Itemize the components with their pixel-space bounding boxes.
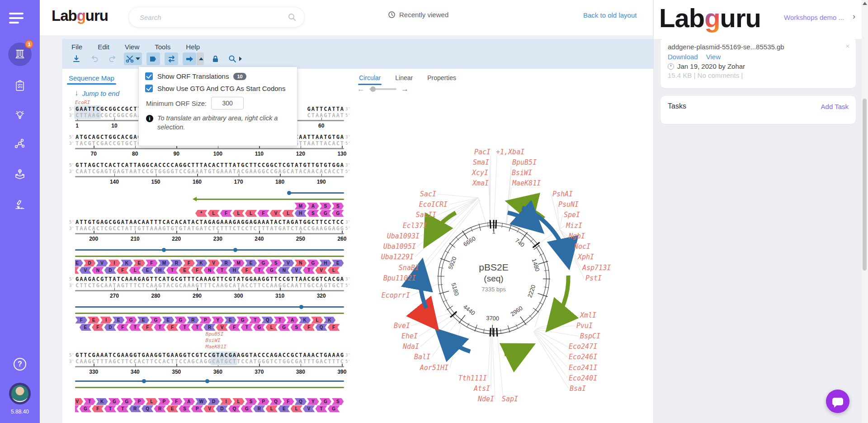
map-enzyme-label[interactable]: Eco240I	[569, 374, 597, 382]
translation-row[interactable]: FVNDFLEHTEFNTHFTGNVTVL	[75, 267, 344, 274]
map-tab-properties[interactable]: Properties	[426, 71, 457, 84]
menu-edit[interactable]: Edit	[93, 41, 114, 52]
sequence-forward-strand[interactable]: ATTGTGAGCGGATAACAATTTCACACATACTAGAGAAAGA…	[75, 219, 344, 225]
map-prev-arrow-icon[interactable]: ←	[357, 85, 365, 93]
map-enzyme-label[interactable]: BspCI	[580, 332, 600, 340]
map-enzyme-label[interactable]: Eco241I	[569, 364, 597, 372]
sequence-forward-strand[interactable]: GAAGACGTTATCAAAGAGTTCATGCGTTTCAAAGTTCGTA…	[75, 276, 344, 282]
map-enzyme-label[interactable]: PacI	[474, 148, 491, 156]
feature-arc-green[interactable]	[505, 347, 528, 354]
minimum-orf-size-input[interactable]	[211, 97, 244, 109]
flag-button[interactable]	[146, 52, 160, 65]
arrow-right-button[interactable]	[183, 52, 196, 65]
sequence-reverse-strand[interactable]: CTTCTGCAATAGTTTCTCAAGTACGCAAAGTTTCAAGCAT…	[75, 282, 344, 289]
feature-annotation-line[interactable]	[75, 310, 344, 317]
map-enzyme-label[interactable]: SpeI	[564, 211, 580, 219]
map-enzyme-label[interactable]: PvuI	[576, 322, 593, 330]
gtg-ctg-start-codons-checkbox[interactable]	[145, 85, 153, 92]
primer-annotation-line[interactable]	[75, 247, 344, 253]
jump-to-end-link[interactable]: ↓Jump to end	[75, 89, 119, 98]
map-enzyme-label[interactable]: BsaI	[570, 385, 586, 393]
map-enzyme-label[interactable]: PsuNI	[558, 200, 579, 209]
map-enzyme-label[interactable]: Uba1229I	[381, 253, 414, 261]
map-enzyme-label[interactable]: +1,XbaI	[496, 148, 524, 156]
lock-button[interactable]	[208, 52, 222, 65]
map-enzyme-label[interactable]: Uba1093I	[387, 232, 420, 240]
avatar[interactable]	[9, 383, 31, 404]
map-enzyme-label[interactable]: SnaBI	[399, 264, 419, 272]
workspace-name[interactable]: Workshops demo ...	[784, 14, 852, 21]
feature-annotation-line[interactable]	[75, 196, 344, 203]
feature-arc-green[interactable]	[551, 276, 568, 326]
workspace-chevron-icon[interactable]: ›	[853, 12, 855, 21]
primer-annotation-line[interactable]	[75, 378, 344, 385]
attachment-filename[interactable]: addgene-plasmid-55169-se...85535.gb	[668, 43, 849, 51]
map-enzyme-label[interactable]: BalI	[414, 353, 430, 361]
sidebar-item-molecule[interactable]	[8, 132, 32, 156]
map-enzyme-label[interactable]: Tth111I	[458, 374, 487, 382]
map-enzyme-label[interactable]: SacII	[416, 211, 436, 219]
search-bar[interactable]	[128, 7, 305, 28]
labguru-logo[interactable]: Labguru	[52, 7, 108, 24]
sidebar-item-microscope[interactable]	[8, 193, 32, 217]
map-enzyme-label[interactable]: BpuB5I	[512, 158, 537, 166]
map-enzyme-label[interactable]: SacI	[420, 190, 436, 198]
expand-caret-button[interactable]	[197, 52, 204, 65]
map-enzyme-label[interactable]: XmlI	[580, 311, 596, 319]
map-enzyme-label[interactable]: Uba1095I	[383, 242, 416, 251]
menu-view[interactable]: View	[120, 41, 144, 52]
recently-viewed[interactable]: Recently viewed	[388, 11, 448, 19]
plasmid-circular-map[interactable]: 174014802220296037004440518059206660pBS2…	[348, 95, 653, 423]
swap-button[interactable]	[165, 52, 178, 65]
menu-help[interactable]: Help	[181, 41, 204, 52]
search-button[interactable]	[226, 52, 245, 65]
map-enzyme-label[interactable]: Bpu1102I	[383, 274, 416, 282]
help-icon[interactable]: ?	[14, 358, 26, 371]
sequence-reverse-strand[interactable]: CAAGCTTTAGCTTCCACTTCCACTTCCAGCAGGCATGCTT…	[75, 358, 344, 365]
map-enzyme-label[interactable]: BveI	[394, 322, 410, 330]
hamburger-menu-icon[interactable]	[0, 0, 40, 35]
map-enzyme-label[interactable]: SmaI	[473, 158, 489, 166]
menu-file[interactable]: File	[67, 41, 87, 52]
chat-bubble-button[interactable]	[826, 390, 849, 413]
menu-tools[interactable]: Tools	[150, 41, 175, 52]
scrollbar-thumb[interactable]	[863, 99, 867, 271]
download-button[interactable]	[70, 52, 83, 65]
page-scrollbar[interactable]	[862, 0, 868, 423]
map-enzyme-label[interactable]: NgbI	[568, 232, 585, 240]
map-enzyme-label[interactable]: Eco246I	[569, 353, 597, 361]
map-enzyme-label[interactable]: XphI	[577, 253, 594, 261]
translation-row[interactable]: FEIEGEGEGRPYEGTQTAKLK	[75, 317, 344, 324]
redo-button[interactable]	[106, 52, 119, 65]
primer-annotation-line[interactable]	[75, 190, 344, 196]
undo-button[interactable]	[88, 52, 101, 65]
sidebar-item-lightbulb[interactable]	[8, 104, 32, 127]
map-zoom-slider[interactable]	[369, 88, 396, 90]
sidebar-item-box-pin[interactable]	[8, 162, 32, 186]
feature-annotation-line[interactable]	[75, 253, 344, 260]
map-enzyme-label[interactable]: Aor51HI	[420, 364, 448, 372]
translation-row[interactable]: *LFLLFVLHSGG	[75, 210, 344, 217]
sequence-forward-strand[interactable]: GTTCGAAATCGAAGGTGAAGGTGAAGGTCGTCCGTACGAA…	[75, 352, 344, 358]
sidebar-item-test-tubes[interactable]: 1	[8, 43, 32, 66]
view-link[interactable]: View	[706, 53, 721, 61]
sequence-map-view[interactable]: EcoRIXbaIGAATTCGCGGCCGCTTCGATTCATTA5'3'C…	[69, 100, 345, 414]
sequence-reverse-strand[interactable]: CAATCGAGTGAGTAATCCGTGGGGTCCGAAATGTGAAATA…	[75, 168, 344, 175]
map-enzyme-label[interactable]: XcyI	[472, 169, 488, 177]
primer-annotation-line[interactable]	[75, 304, 344, 310]
map-enzyme-label[interactable]: NocI	[574, 242, 590, 251]
map-enzyme-label[interactable]: BsiWI	[512, 169, 532, 177]
map-enzyme-label[interactable]: PstI	[585, 274, 602, 282]
map-enzyme-label[interactable]: Asp713I	[582, 264, 611, 272]
map-next-arrow-icon[interactable]: →	[401, 85, 409, 93]
map-enzyme-label[interactable]: MizI	[566, 222, 582, 230]
scrollbar-up-arrow-icon[interactable]	[863, 2, 867, 5]
scissors-button[interactable]	[124, 52, 142, 65]
add-task-link[interactable]: Add Task	[821, 103, 849, 110]
sidebar-item-clipboard[interactable]	[8, 74, 32, 98]
feature-arc-blue[interactable]	[420, 266, 426, 308]
map-enzyme-label[interactable]: EheI	[401, 332, 418, 340]
map-zoom-knob[interactable]	[370, 86, 376, 92]
translation-row[interactable]: VTKGGPLPFAWDILSPQFQYGS	[75, 398, 344, 405]
map-enzyme-label[interactable]: EcoICRI	[419, 200, 448, 209]
